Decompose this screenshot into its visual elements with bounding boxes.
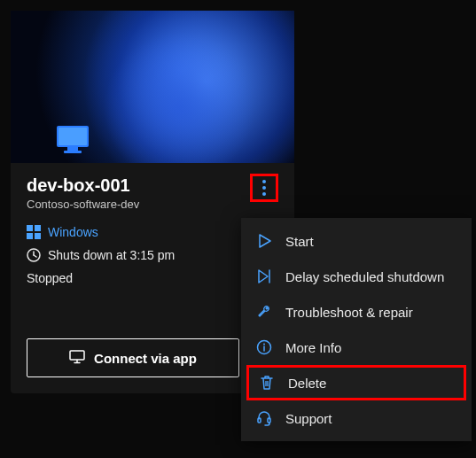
svg-rect-10: [35, 233, 41, 239]
svg-rect-14: [70, 351, 84, 360]
svg-point-21: [263, 344, 265, 345]
wrench-icon: [255, 303, 273, 321]
skip-icon: [255, 268, 273, 285]
menu-label: More Info: [285, 340, 341, 355]
vertical-dots-icon: [262, 180, 266, 196]
svg-rect-2: [67, 147, 78, 151]
menu-item-delete[interactable]: Delete: [246, 365, 466, 400]
svg-rect-3: [64, 151, 82, 153]
devbox-title: dev-box-001: [27, 175, 139, 196]
svg-rect-26: [268, 418, 270, 423]
schedule-text: Shuts down at 3:15 pm: [48, 248, 175, 262]
more-actions-button[interactable]: [250, 174, 278, 202]
menu-item-support[interactable]: Support: [241, 400, 472, 436]
context-menu: Start Delay scheduled shutdown Troublesh…: [241, 218, 472, 441]
svg-rect-7: [27, 225, 33, 231]
svg-rect-1: [59, 128, 87, 145]
headset-icon: [255, 409, 273, 427]
os-label: Windows: [48, 225, 98, 239]
svg-rect-9: [27, 233, 33, 239]
connect-label: Connect via app: [94, 351, 197, 366]
svg-rect-25: [258, 418, 261, 423]
svg-marker-18: [259, 270, 268, 283]
svg-marker-17: [260, 235, 270, 247]
svg-line-13: [34, 255, 36, 257]
menu-item-start[interactable]: Start: [241, 223, 472, 259]
menu-item-more-info[interactable]: More Info: [241, 330, 472, 365]
menu-label: Start: [285, 234, 314, 249]
trash-icon: [258, 374, 276, 392]
devbox-thumbnail: [11, 11, 294, 163]
svg-point-5: [262, 186, 266, 190]
devbox-project: Contoso-software-dev: [27, 198, 139, 211]
menu-label: Troubleshoot & repair: [285, 305, 413, 320]
menu-label: Delay scheduled shutdown: [285, 269, 444, 284]
monitor-icon: [55, 124, 90, 154]
connect-button[interactable]: Connect via app: [27, 338, 239, 377]
svg-rect-8: [35, 225, 41, 231]
menu-item-troubleshoot[interactable]: Troubleshoot & repair: [241, 294, 472, 330]
menu-label: Delete: [288, 376, 326, 391]
play-icon: [255, 232, 273, 250]
svg-point-4: [262, 180, 266, 183]
info-icon: [255, 338, 273, 356]
menu-item-delay[interactable]: Delay scheduled shutdown: [241, 259, 472, 294]
windows-icon: [27, 225, 41, 239]
svg-point-6: [262, 192, 266, 196]
desktop-icon: [69, 350, 85, 367]
menu-label: Support: [285, 411, 332, 426]
clock-icon: [27, 248, 41, 262]
